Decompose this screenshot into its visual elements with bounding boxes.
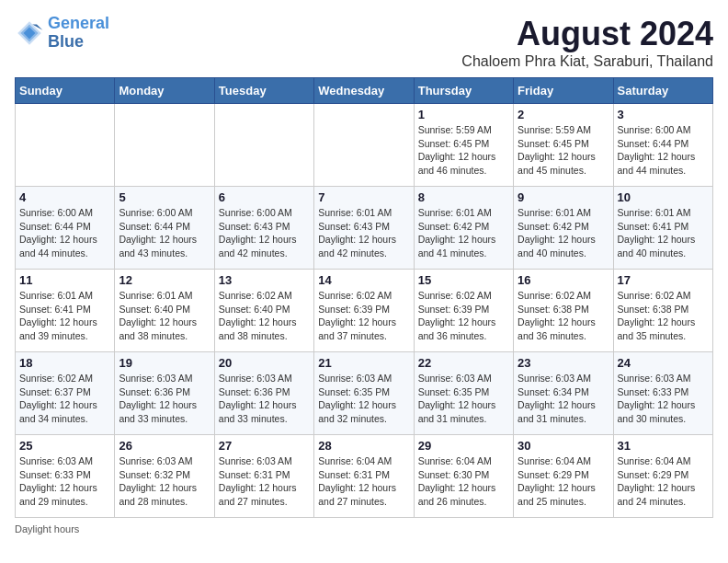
calendar-cell-5-7: 31Sunrise: 6:04 AM Sunset: 6:29 PM Dayli… [613,435,712,518]
day-info: Sunrise: 6:02 AM Sunset: 6:40 PM Dayligh… [219,289,310,343]
calendar-cell-2-5: 8Sunrise: 6:01 AM Sunset: 6:42 PM Daylig… [414,187,513,270]
day-number: 11 [19,273,110,287]
day-number: 29 [418,439,509,453]
calendar-cell-1-6: 2Sunrise: 5:59 AM Sunset: 6:45 PM Daylig… [514,104,613,187]
day-number: 27 [219,439,310,453]
weekday-header-wednesday: Wednesday [314,78,414,104]
calendar-cell-3-2: 12Sunrise: 6:01 AM Sunset: 6:40 PM Dayli… [115,270,214,352]
day-number: 7 [318,190,409,204]
day-info: Sunrise: 6:03 AM Sunset: 6:35 PM Dayligh… [318,372,409,426]
day-info: Sunrise: 6:00 AM Sunset: 6:44 PM Dayligh… [618,123,709,178]
title-block: August 2024 Chaloem Phra Kiat, Saraburi,… [461,15,713,70]
day-number: 23 [518,356,609,370]
calendar-cell-4-4: 21Sunrise: 6:03 AM Sunset: 6:35 PM Dayli… [314,352,414,435]
day-info: Sunrise: 6:03 AM Sunset: 6:33 PM Dayligh… [19,454,110,509]
day-number: 9 [518,190,609,204]
day-info: Sunrise: 6:01 AM Sunset: 6:42 PM Dayligh… [518,206,609,260]
day-number: 3 [618,108,709,121]
logo-icon [15,18,44,48]
weekday-header-sunday: Sunday [16,78,115,104]
day-info: Sunrise: 6:01 AM Sunset: 6:42 PM Dayligh… [418,206,509,260]
weekday-header-saturday: Saturday [613,78,712,104]
day-info: Sunrise: 6:00 AM Sunset: 6:44 PM Dayligh… [19,206,110,260]
calendar-cell-1-3 [214,104,313,187]
calendar-cell-5-1: 25Sunrise: 6:03 AM Sunset: 6:33 PM Dayli… [16,435,115,518]
day-info: Sunrise: 6:04 AM Sunset: 6:31 PM Dayligh… [318,454,409,509]
calendar-cell-1-5: 1Sunrise: 5:59 AM Sunset: 6:45 PM Daylig… [414,104,513,187]
calendar-cell-4-6: 23Sunrise: 6:03 AM Sunset: 6:34 PM Dayli… [514,352,613,435]
day-info: Sunrise: 6:03 AM Sunset: 6:35 PM Dayligh… [418,372,509,426]
day-number: 12 [119,273,210,287]
day-info: Sunrise: 5:59 AM Sunset: 6:45 PM Dayligh… [518,123,609,178]
weekday-header-thursday: Thursday [414,78,513,104]
day-number: 14 [318,273,409,287]
day-number: 25 [19,439,110,453]
day-number: 24 [618,356,709,370]
calendar-week-1: 1Sunrise: 5:59 AM Sunset: 6:45 PM Daylig… [16,104,713,187]
weekday-header-tuesday: Tuesday [214,78,313,104]
day-number: 1 [418,108,509,121]
day-number: 26 [119,439,210,453]
day-number: 13 [219,273,310,287]
day-number: 5 [119,190,210,204]
calendar-week-3: 11Sunrise: 6:01 AM Sunset: 6:41 PM Dayli… [16,270,713,352]
calendar-cell-5-2: 26Sunrise: 6:03 AM Sunset: 6:32 PM Dayli… [115,435,214,518]
calendar-cell-2-4: 7Sunrise: 6:01 AM Sunset: 6:43 PM Daylig… [314,187,414,270]
daylight-label: Daylight hours [15,523,79,534]
calendar-week-5: 25Sunrise: 6:03 AM Sunset: 6:33 PM Dayli… [16,435,713,518]
day-number: 20 [219,356,310,370]
day-info: Sunrise: 6:03 AM Sunset: 6:36 PM Dayligh… [219,372,310,426]
calendar-cell-4-1: 18Sunrise: 6:02 AM Sunset: 6:37 PM Dayli… [16,352,115,435]
calendar-week-2: 4Sunrise: 6:00 AM Sunset: 6:44 PM Daylig… [16,187,713,270]
day-info: Sunrise: 6:00 AM Sunset: 6:44 PM Dayligh… [119,206,210,260]
day-info: Sunrise: 6:03 AM Sunset: 6:36 PM Dayligh… [119,372,210,426]
day-info: Sunrise: 6:03 AM Sunset: 6:33 PM Dayligh… [618,372,709,426]
calendar-cell-3-6: 16Sunrise: 6:02 AM Sunset: 6:38 PM Dayli… [514,270,613,352]
calendar-cell-3-1: 11Sunrise: 6:01 AM Sunset: 6:41 PM Dayli… [16,270,115,352]
day-number: 30 [518,439,609,453]
day-info: Sunrise: 6:03 AM Sunset: 6:31 PM Dayligh… [219,454,310,509]
day-info: Sunrise: 6:04 AM Sunset: 6:29 PM Dayligh… [518,454,609,509]
day-number: 19 [119,356,210,370]
day-info: Sunrise: 6:02 AM Sunset: 6:38 PM Dayligh… [518,289,609,343]
day-info: Sunrise: 6:00 AM Sunset: 6:43 PM Dayligh… [219,206,310,260]
calendar-cell-4-7: 24Sunrise: 6:03 AM Sunset: 6:33 PM Dayli… [613,352,712,435]
day-number: 8 [418,190,509,204]
day-info: Sunrise: 6:01 AM Sunset: 6:40 PM Dayligh… [119,289,210,343]
calendar-table: SundayMondayTuesdayWednesdayThursdayFrid… [15,77,713,518]
calendar-cell-5-6: 30Sunrise: 6:04 AM Sunset: 6:29 PM Dayli… [514,435,613,518]
calendar-cell-5-5: 29Sunrise: 6:04 AM Sunset: 6:30 PM Dayli… [414,435,513,518]
calendar-cell-5-4: 28Sunrise: 6:04 AM Sunset: 6:31 PM Dayli… [314,435,414,518]
day-info: Sunrise: 6:03 AM Sunset: 6:34 PM Dayligh… [518,372,609,426]
weekday-header-row: SundayMondayTuesdayWednesdayThursdayFrid… [16,78,713,104]
calendar-cell-2-3: 6Sunrise: 6:00 AM Sunset: 6:43 PM Daylig… [214,187,313,270]
page-header: GeneralBlue August 2024 Chaloem Phra Kia… [15,15,713,70]
calendar-cell-2-7: 10Sunrise: 6:01 AM Sunset: 6:41 PM Dayli… [613,187,712,270]
logo-text: GeneralBlue [48,15,109,52]
day-info: Sunrise: 6:01 AM Sunset: 6:41 PM Dayligh… [19,289,110,343]
footer: Daylight hours [15,523,713,534]
day-info: Sunrise: 5:59 AM Sunset: 6:45 PM Dayligh… [418,123,509,178]
day-number: 28 [318,439,409,453]
day-number: 18 [19,356,110,370]
calendar-cell-4-2: 19Sunrise: 6:03 AM Sunset: 6:36 PM Dayli… [115,352,214,435]
calendar-cell-3-4: 14Sunrise: 6:02 AM Sunset: 6:39 PM Dayli… [314,270,414,352]
day-info: Sunrise: 6:01 AM Sunset: 6:43 PM Dayligh… [318,206,409,260]
calendar-cell-1-7: 3Sunrise: 6:00 AM Sunset: 6:44 PM Daylig… [613,104,712,187]
calendar-cell-2-6: 9Sunrise: 6:01 AM Sunset: 6:42 PM Daylig… [514,187,613,270]
day-info: Sunrise: 6:02 AM Sunset: 6:38 PM Dayligh… [618,289,709,343]
day-number: 4 [19,190,110,204]
calendar-cell-4-3: 20Sunrise: 6:03 AM Sunset: 6:36 PM Dayli… [214,352,313,435]
calendar-cell-1-1 [16,104,115,187]
weekday-header-monday: Monday [115,78,214,104]
calendar-cell-1-4 [314,104,414,187]
day-info: Sunrise: 6:03 AM Sunset: 6:32 PM Dayligh… [119,454,210,509]
calendar-cell-4-5: 22Sunrise: 6:03 AM Sunset: 6:35 PM Dayli… [414,352,513,435]
day-info: Sunrise: 6:02 AM Sunset: 6:37 PM Dayligh… [19,372,110,426]
calendar-week-4: 18Sunrise: 6:02 AM Sunset: 6:37 PM Dayli… [16,352,713,435]
calendar-cell-1-2 [115,104,214,187]
day-number: 22 [418,356,509,370]
day-info: Sunrise: 6:04 AM Sunset: 6:30 PM Dayligh… [418,454,509,509]
day-number: 21 [318,356,409,370]
calendar-subtitle: Chaloem Phra Kiat, Saraburi, Thailand [461,53,713,70]
